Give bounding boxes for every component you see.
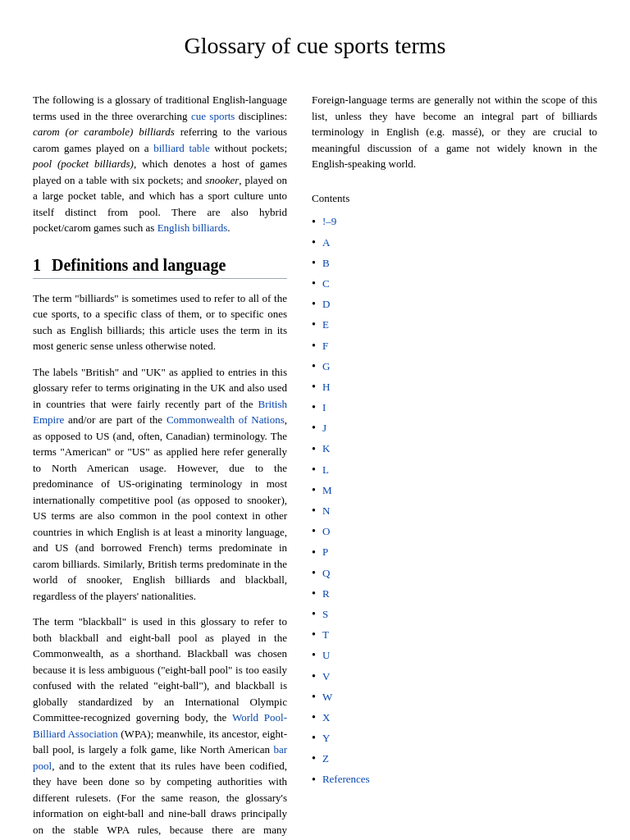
- body-para-2: The labels "British" and "UK" as applied…: [33, 364, 287, 605]
- toc-item-z: Z: [312, 748, 597, 769]
- toc-item-b: B: [312, 253, 597, 273]
- toc-link-o[interactable]: O: [322, 522, 330, 541]
- toc-link-w[interactable]: W: [322, 687, 332, 706]
- bar-pool-link[interactable]: bar pool: [33, 743, 287, 772]
- toc-link-p[interactable]: P: [322, 542, 328, 561]
- toc-link-x[interactable]: X: [322, 708, 330, 727]
- section1-title: Definitions and language: [52, 256, 226, 274]
- toc-item-q: Q: [312, 563, 597, 583]
- toc-link-q[interactable]: Q: [322, 564, 330, 582]
- page-title: Glossary of cue sports terms: [0, 33, 630, 59]
- toc-item-g: G: [312, 356, 597, 377]
- toc-link-r[interactable]: R: [322, 584, 330, 603]
- section1-heading: 1 Definitions and language: [33, 256, 287, 279]
- toc-item-p: P: [312, 542, 597, 563]
- toc-link-n[interactable]: N: [322, 501, 330, 520]
- toc-link-e[interactable]: E: [322, 315, 329, 334]
- body-para-1: The term "billiards" is sometimes used t…: [33, 290, 287, 354]
- toc-link-j[interactable]: J: [322, 418, 326, 437]
- toc-link-c[interactable]: C: [322, 274, 330, 293]
- intro-paragraph: The following is a glossary of tradition…: [33, 92, 287, 236]
- toc-item-e: E: [312, 314, 597, 335]
- toc-item-d: D: [312, 294, 597, 314]
- toc-link-f[interactable]: F: [322, 336, 328, 355]
- toc-link-19[interactable]: !–9: [322, 212, 336, 231]
- toc-item-19: !–9: [312, 212, 597, 232]
- toc-link-k[interactable]: K: [322, 439, 330, 458]
- intro-right-paragraph: Foreign-language terms are generally not…: [312, 92, 597, 172]
- toc-item-v: V: [312, 666, 597, 687]
- toc-item-w: W: [312, 687, 597, 707]
- toc-link-t[interactable]: T: [322, 625, 329, 644]
- wpa-link[interactable]: World Pool-Billiard Association: [33, 711, 287, 740]
- toc-link-v[interactable]: V: [322, 667, 330, 686]
- toc-link-g[interactable]: G: [322, 357, 330, 376]
- contents-label: Contents: [312, 192, 597, 205]
- toc-item-m: M: [312, 480, 597, 500]
- toc-link-h[interactable]: H: [322, 377, 330, 396]
- toc-link-u[interactable]: U: [322, 646, 330, 664]
- toc-link-l[interactable]: L: [322, 460, 329, 479]
- commonwealth-link[interactable]: Commonwealth of Nations: [167, 413, 285, 426]
- snooker-text: snooker: [205, 174, 239, 186]
- toc-link-d[interactable]: D: [322, 294, 330, 313]
- toc-link-m[interactable]: M: [322, 481, 332, 500]
- carom-text: carom (or carambole) billiards: [33, 126, 175, 138]
- toc-link-a[interactable]: A: [322, 233, 330, 252]
- right-column: Foreign-language terms are generally not…: [304, 92, 597, 840]
- toc-item-n: N: [312, 500, 597, 521]
- pool-text: pool (pocket billiards): [33, 158, 134, 170]
- content-area: The following is a glossary of tradition…: [0, 92, 630, 840]
- toc-item-y: Y: [312, 728, 597, 748]
- section1-number: 1: [33, 256, 41, 274]
- toc-link-b[interactable]: B: [322, 253, 330, 272]
- toc-item-t: T: [312, 624, 597, 645]
- table-of-contents: !–9 A B C D E F G H I J K L M N O P Q R …: [312, 212, 597, 790]
- toc-item-c: C: [312, 273, 597, 294]
- cue-sports-link[interactable]: cue sports: [191, 110, 235, 122]
- toc-item-l: L: [312, 459, 597, 480]
- toc-item-h: H: [312, 377, 597, 397]
- toc-link-z[interactable]: Z: [322, 749, 329, 768]
- toc-item-f: F: [312, 336, 597, 356]
- toc-item-o: O: [312, 521, 597, 541]
- toc-link-s[interactable]: S: [322, 605, 328, 623]
- toc-item-references: References: [312, 769, 597, 790]
- body-para-3: The term "blackball" is used in this glo…: [33, 614, 287, 840]
- toc-item-u: U: [312, 645, 597, 665]
- toc-item-s: S: [312, 604, 597, 624]
- english-billiards-link[interactable]: English billiards: [158, 221, 228, 234]
- billiard-table-link[interactable]: billiard table: [153, 142, 209, 154]
- toc-link-y[interactable]: Y: [322, 728, 330, 747]
- toc-item-i: I: [312, 397, 597, 418]
- toc-link-i[interactable]: I: [322, 398, 326, 417]
- toc-item-k: K: [312, 439, 597, 459]
- page: Glossary of cue sports terms The followi…: [0, 0, 630, 840]
- toc-item-a: A: [312, 232, 597, 253]
- toc-item-r: R: [312, 583, 597, 604]
- toc-link-references[interactable]: References: [322, 769, 370, 788]
- left-column: The following is a glossary of tradition…: [33, 92, 287, 840]
- toc-item-x: X: [312, 707, 597, 728]
- toc-item-j: J: [312, 418, 597, 438]
